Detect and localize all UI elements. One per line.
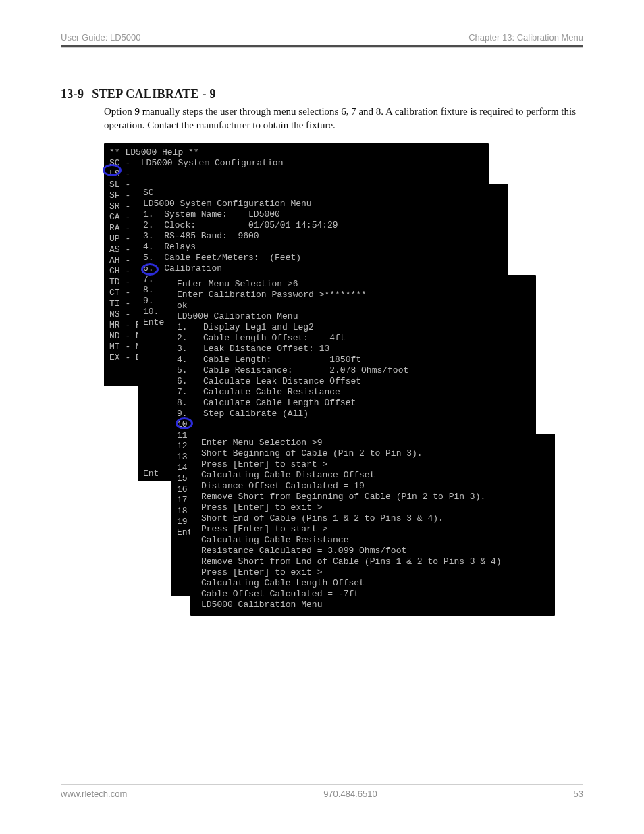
footer-center: 970.484.6510 [323,789,377,799]
page: User Guide: LD5000 Chapter 13: Calibrati… [0,0,644,834]
section-heading: 13-9 STEP CALIBRATE - 9 [61,87,583,101]
para-rest: manually steps the user through menu sel… [104,106,576,130]
section-number: 13-9 [61,87,84,101]
header-left: User Guide: LD5000 [61,32,141,43]
section-paragraph: Option 9 manually steps the user through… [104,105,583,132]
annotation-circle-sc [103,164,122,176]
section-title: STEP CALIBRATE - 9 [92,87,216,101]
header-row: User Guide: LD5000 Chapter 13: Calibrati… [61,32,583,43]
header-rule-dark [61,45,583,47]
para-bold: 9 [134,106,140,117]
footer-row: www.rletech.com 970.484.6510 53 [61,785,583,799]
annotation-circle-6 [141,263,159,276]
para-prefix: Option [104,106,134,117]
content-area: 13-9 STEP CALIBRATE - 9 Option 9 manuall… [61,48,583,629]
footer: www.rletech.com 970.484.6510 53 [61,784,583,799]
footer-right: 53 [574,789,583,799]
footer-left: www.rletech.com [61,789,127,799]
terminal-layer-stepcal: Enter Menu Selection >9 Short Beginning … [190,434,555,616]
header-right: Chapter 13: Calibration Menu [468,32,583,43]
terminal-stack: ** LD5000 Help ** SC - LD5000 System Con… [104,143,583,629]
annotation-circle-9 [176,417,193,429]
